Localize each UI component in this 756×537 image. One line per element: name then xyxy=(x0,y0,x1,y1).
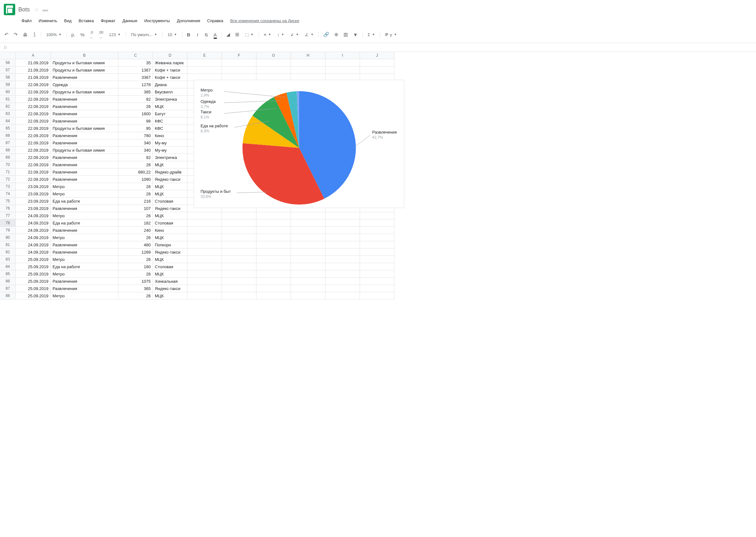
cell[interactable] xyxy=(257,212,291,220)
chart-button[interactable]: ▥ xyxy=(341,30,350,39)
fill-color-button[interactable]: ◢ xyxy=(224,30,232,39)
merge-button[interactable]: ⬚▼ xyxy=(243,31,256,38)
cell[interactable]: 3367 xyxy=(118,74,153,81)
cell[interactable]: Развлечения xyxy=(51,278,118,285)
decrease-decimal-button[interactable]: .0← xyxy=(88,27,95,41)
formula-input[interactable] xyxy=(11,44,756,51)
cell[interactable] xyxy=(257,59,291,66)
cell[interactable]: МЦК xyxy=(153,190,187,198)
cell[interactable]: Метро xyxy=(51,292,118,300)
cell[interactable]: 22.09.2019 xyxy=(16,110,51,117)
cell[interactable] xyxy=(326,292,360,300)
cell[interactable]: Метро xyxy=(51,234,118,241)
cell[interactable] xyxy=(326,285,360,292)
cell[interactable] xyxy=(326,212,360,220)
cell[interactable]: 26 xyxy=(118,161,153,168)
cell[interactable] xyxy=(291,220,326,227)
font-select[interactable]: По умолч...▼ xyxy=(129,31,160,38)
cell[interactable] xyxy=(257,292,291,300)
menu-data[interactable]: Данные xyxy=(119,17,140,24)
cell[interactable]: Метро xyxy=(51,270,118,278)
cell[interactable]: 23.09.2019 xyxy=(16,183,51,190)
row-header[interactable]: 56 xyxy=(0,59,16,66)
cell[interactable]: Развлечения xyxy=(51,176,118,183)
cell[interactable] xyxy=(222,285,257,292)
row-header[interactable]: 84 xyxy=(0,263,16,270)
cell[interactable]: 21.09.2019 xyxy=(16,74,51,81)
cell[interactable] xyxy=(257,285,291,292)
cell[interactable] xyxy=(187,212,222,220)
cell[interactable]: Развлечения xyxy=(51,132,118,139)
cell[interactable]: Еда на работе xyxy=(51,198,118,205)
comment-button[interactable]: ⊕ xyxy=(333,30,340,39)
filter-button[interactable]: ▼ xyxy=(351,30,360,39)
cell[interactable]: 98 xyxy=(118,117,153,125)
cell[interactable] xyxy=(222,227,257,234)
row-header[interactable]: 59 xyxy=(0,81,16,88)
cell[interactable] xyxy=(222,292,257,300)
cell[interactable] xyxy=(257,278,291,285)
cell[interactable] xyxy=(187,241,222,249)
cell[interactable]: Хинкальная xyxy=(153,278,187,285)
cell[interactable]: Яндекс-драйв xyxy=(153,168,187,176)
undo-button[interactable]: ↶ xyxy=(3,30,11,39)
cell[interactable]: Еда на работе xyxy=(51,220,118,227)
row-header[interactable]: 63 xyxy=(0,110,16,117)
row-header[interactable]: 79 xyxy=(0,227,16,234)
text-color-button[interactable]: A xyxy=(212,30,219,39)
cell[interactable]: 26 xyxy=(118,234,153,241)
cell[interactable]: 23.09.2019 xyxy=(16,205,51,212)
cell[interactable] xyxy=(187,220,222,227)
row-header[interactable]: 86 xyxy=(0,278,16,285)
cell[interactable] xyxy=(257,234,291,241)
cell[interactable]: 22.09.2019 xyxy=(16,176,51,183)
cell[interactable]: Развлечения xyxy=(51,154,118,161)
cell[interactable]: 480 xyxy=(118,241,153,249)
cell[interactable]: 22.09.2019 xyxy=(16,139,51,146)
cell[interactable] xyxy=(187,292,222,300)
increase-decimal-button[interactable]: .00→ xyxy=(97,27,105,41)
cell[interactable] xyxy=(257,241,291,249)
cell[interactable]: 25.09.2019 xyxy=(16,278,51,285)
cell[interactable]: Развлечения xyxy=(51,96,118,103)
column-header[interactable]: H xyxy=(291,52,326,59)
cell[interactable] xyxy=(187,249,222,256)
sheet-container[interactable]: ABCDEFGHIJ5621.09.2019Продукты и бытовая… xyxy=(0,52,756,537)
cell[interactable] xyxy=(257,66,291,74)
cell[interactable]: Развлечения xyxy=(51,103,118,110)
cell[interactable] xyxy=(291,270,326,278)
column-header[interactable]: B xyxy=(51,52,118,59)
row-header[interactable]: 81 xyxy=(0,241,16,249)
cell[interactable] xyxy=(360,227,394,234)
cell[interactable]: Развлечения xyxy=(51,168,118,176)
cell[interactable]: МЦК xyxy=(153,256,187,263)
menu-format[interactable]: Формат xyxy=(98,17,118,24)
cell[interactable]: 25.09.2019 xyxy=(16,263,51,270)
cell[interactable]: 24.09.2019 xyxy=(16,234,51,241)
cell[interactable]: Яндекс-такси xyxy=(153,249,187,256)
cell[interactable]: Метро xyxy=(51,183,118,190)
cell[interactable] xyxy=(222,256,257,263)
cell[interactable]: 24.09.2019 xyxy=(16,220,51,227)
row-header[interactable]: 69 xyxy=(0,154,16,161)
cell[interactable] xyxy=(222,59,257,66)
cell[interactable]: 182 xyxy=(118,220,153,227)
cell[interactable]: МЦК xyxy=(153,270,187,278)
cell[interactable]: 21.09.2019 xyxy=(16,59,51,66)
cell[interactable] xyxy=(291,241,326,249)
cell[interactable]: 22.09.2019 xyxy=(16,132,51,139)
cell[interactable] xyxy=(222,278,257,285)
functions-button[interactable]: Σ▼ xyxy=(365,31,378,38)
row-header[interactable]: 72 xyxy=(0,176,16,183)
cell[interactable]: 1367 xyxy=(118,66,153,74)
cell[interactable] xyxy=(360,256,394,263)
row-header[interactable]: 66 xyxy=(0,132,16,139)
cell[interactable]: Метро xyxy=(51,212,118,220)
cell[interactable]: 26 xyxy=(118,103,153,110)
cell[interactable]: 26 xyxy=(118,183,153,190)
cell[interactable] xyxy=(257,256,291,263)
cell[interactable]: 25.09.2019 xyxy=(16,285,51,292)
cell[interactable]: Кофе + такси xyxy=(153,74,187,81)
strikethrough-button[interactable]: S xyxy=(203,30,210,39)
cell[interactable] xyxy=(257,227,291,234)
